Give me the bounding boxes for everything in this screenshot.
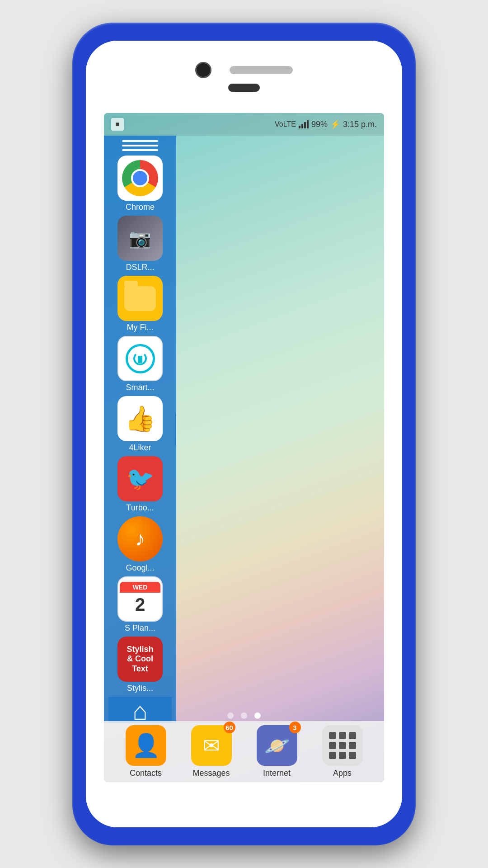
splanner-label: S Plan...	[125, 623, 155, 633]
sensor-bar	[228, 84, 260, 92]
sidebar-home-button[interactable]: ⌂	[108, 697, 172, 723]
side-panel: Chrome 📷 DSLR... My Fi...	[104, 136, 176, 723]
myfiles-label: My Fi...	[127, 323, 154, 332]
battery-charging-icon: ⚡	[330, 119, 340, 129]
phone-top-area	[86, 41, 402, 113]
envelope-icon: ✉	[203, 734, 220, 758]
stylish-label: Stylis...	[127, 684, 153, 693]
turbo-label: Turbo...	[126, 503, 154, 513]
phone-body: ■ VoLTE 99% ⚡ 3:15 p.m.	[86, 41, 402, 827]
apps-label: Apps	[333, 769, 352, 778]
google-label: Googl...	[126, 563, 154, 573]
contacts-icon: 👤	[126, 725, 166, 766]
person-icon: 👤	[132, 732, 160, 759]
page-indicators	[227, 712, 261, 719]
smart-label: Smart...	[126, 383, 154, 392]
sidebar-item-dslr[interactable]: 📷 DSLR...	[108, 216, 172, 272]
dock-item-internet[interactable]: 🪐 3 Internet	[257, 725, 297, 778]
page-dot-2[interactable]	[241, 712, 247, 719]
messages-icon: ✉ 60	[191, 725, 232, 766]
hamburger-line-3	[122, 149, 158, 151]
splanner-icon: WED 2	[117, 576, 163, 622]
stylish-text: Stylish& CoolText	[127, 645, 153, 674]
4liker-icon: 👍	[117, 396, 163, 441]
notification-icon: ■	[111, 118, 124, 131]
messages-label: Messages	[192, 769, 230, 778]
thumbs-up-icon: 👍	[125, 404, 156, 434]
hamburger-line-1	[122, 140, 158, 142]
dslr-label: DSLR...	[126, 263, 154, 272]
hamburger-menu[interactable]	[108, 140, 172, 151]
page-dot-3[interactable]	[254, 712, 261, 719]
sidebar-item-splanner[interactable]: WED 2 S Plan...	[108, 576, 172, 633]
stylish-icon: Stylish& CoolText	[117, 637, 163, 682]
internet-icon: 🪐 3	[257, 725, 297, 766]
status-right: VoLTE 99% ⚡ 3:15 p.m.	[275, 119, 377, 129]
myfiles-icon	[117, 276, 163, 321]
internet-label: Internet	[263, 769, 291, 778]
turbo-icon: 🐦	[117, 456, 163, 501]
4liker-label: 4Liker	[129, 443, 151, 453]
google-music-icon: ♪	[117, 516, 163, 561]
hamburger-line-2	[122, 145, 158, 146]
apps-grid	[323, 726, 362, 765]
status-left: ■	[111, 118, 124, 131]
internet-badge: 3	[289, 722, 301, 733]
planet-icon: 🪐	[264, 734, 290, 758]
signal-strength	[299, 120, 309, 128]
chrome-icon	[117, 156, 163, 201]
sidebar-item-myfiles[interactable]: My Fi...	[108, 276, 172, 332]
calendar-date: 2	[135, 594, 145, 615]
dslr-icon: 📷	[117, 216, 163, 261]
dock-item-contacts[interactable]: 👤 Contacts	[126, 725, 166, 778]
phone-bottom-area	[86, 782, 402, 827]
panel-collapse-arrow[interactable]	[175, 414, 176, 445]
clock: 3:15 p.m.	[343, 120, 377, 129]
page-dot-1[interactable]	[227, 712, 234, 719]
volte-label: VoLTE	[275, 120, 296, 128]
dock-item-messages[interactable]: ✉ 60 Messages	[191, 725, 232, 778]
status-bar: ■ VoLTE 99% ⚡ 3:15 p.m.	[104, 113, 384, 136]
smart-icon	[117, 336, 163, 381]
phone-screen: ■ VoLTE 99% ⚡ 3:15 p.m.	[104, 113, 384, 782]
dock-bar: 👤 Contacts ✉ 60 Messages 🪐 3	[104, 721, 384, 782]
sidebar-item-chrome[interactable]: Chrome	[108, 156, 172, 212]
chrome-label: Chrome	[126, 203, 155, 212]
sidebar-item-google[interactable]: ♪ Googl...	[108, 516, 172, 573]
sidebar-item-stylish[interactable]: Stylish& CoolText Stylis...	[108, 637, 172, 693]
camera-area	[195, 62, 293, 78]
front-camera	[195, 62, 211, 78]
apps-icon	[322, 725, 363, 766]
contacts-label: Contacts	[130, 769, 162, 778]
home-icon: ⌂	[132, 697, 147, 723]
battery-percent: 99%	[311, 120, 328, 129]
music-note-icon: ♪	[135, 527, 145, 551]
calendar-day: WED	[120, 582, 160, 593]
earpiece-speaker	[230, 66, 293, 74]
phone-frame: ■ VoLTE 99% ⚡ 3:15 p.m.	[72, 23, 416, 845]
dock-item-apps[interactable]: Apps	[322, 725, 363, 778]
messages-badge: 60	[224, 722, 235, 733]
sidebar-item-smart[interactable]: Smart...	[108, 336, 172, 392]
sidebar-item-4liker[interactable]: 👍 4Liker	[108, 396, 172, 453]
sidebar-item-turbo[interactable]: 🐦 Turbo...	[108, 456, 172, 513]
